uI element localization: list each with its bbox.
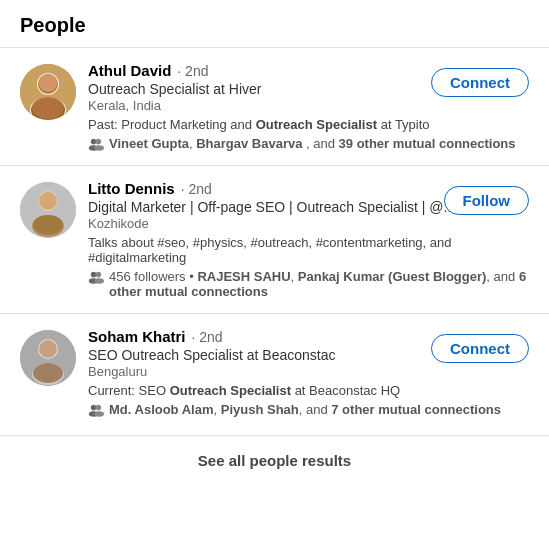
connections-text: Vineet Gupta, Bhargav Bavarva , and 39 o…: [109, 136, 516, 151]
person-connections: Vineet Gupta, Bhargav Bavarva , and 39 o…: [88, 136, 529, 151]
svg-point-16: [91, 272, 97, 278]
person-card: Athul David · 2nd Outreach Specialist at…: [0, 47, 549, 165]
svg-point-26: [96, 405, 102, 411]
person-card: Soham Khatri · 2nd SEO Outreach Speciali…: [0, 313, 549, 431]
person-about: Talks about #seo, #physics, #outreach, #…: [88, 235, 529, 265]
person-name: Athul David: [88, 62, 171, 79]
connect-button-soham[interactable]: Connect: [431, 334, 529, 363]
svg-point-19: [94, 278, 104, 284]
svg-point-10: [94, 145, 104, 151]
person-card: Litto Dennis · 2nd Digital Marketer | Of…: [0, 165, 549, 313]
connections-icon: [88, 270, 104, 284]
see-all-results[interactable]: See all people results: [0, 435, 549, 485]
connect-button-athul[interactable]: Connect: [431, 68, 529, 97]
svg-point-8: [96, 139, 102, 145]
person-name: Litto Dennis: [88, 180, 175, 197]
svg-point-5: [39, 74, 57, 92]
connections-icon: [88, 403, 104, 417]
svg-point-25: [91, 405, 97, 411]
svg-point-14: [39, 192, 57, 210]
person-about: Past: Product Marketing and Outreach Spe…: [88, 117, 529, 132]
person-degree: · 2nd: [177, 63, 208, 79]
svg-point-23: [39, 340, 57, 358]
connections-text: 456 followers • RAJESH SAHU, Pankaj Kuma…: [109, 269, 529, 299]
person-connections: Md. Asloob Alam, Piyush Shah, and 7 othe…: [88, 402, 529, 417]
svg-point-6: [32, 97, 64, 119]
connections-text: Md. Asloob Alam, Piyush Shah, and 7 othe…: [109, 402, 501, 417]
connections-icon: [88, 137, 104, 151]
person-location: Kerala, India: [88, 98, 529, 113]
section-title: People: [0, 0, 549, 47]
avatar: [20, 182, 76, 238]
person-degree: · 2nd: [181, 181, 212, 197]
svg-point-24: [33, 363, 63, 383]
avatar: [20, 64, 76, 120]
person-degree: · 2nd: [192, 329, 223, 345]
person-location: Kozhikode: [88, 216, 529, 231]
person-location: Bengaluru: [88, 364, 529, 379]
people-section: People Athul David · 2nd Outreach Specia…: [0, 0, 549, 485]
see-all-label: See all people results: [198, 452, 351, 469]
person-about: Current: SEO Outreach Specialist at Beac…: [88, 383, 529, 398]
person-connections: 456 followers • RAJESH SAHU, Pankaj Kuma…: [88, 269, 529, 299]
svg-point-28: [94, 411, 104, 417]
svg-point-15: [33, 215, 63, 235]
follow-button-litto[interactable]: Follow: [444, 186, 530, 215]
person-name: Soham Khatri: [88, 328, 186, 345]
svg-point-7: [91, 139, 97, 145]
svg-point-17: [96, 272, 102, 278]
avatar: [20, 330, 76, 386]
